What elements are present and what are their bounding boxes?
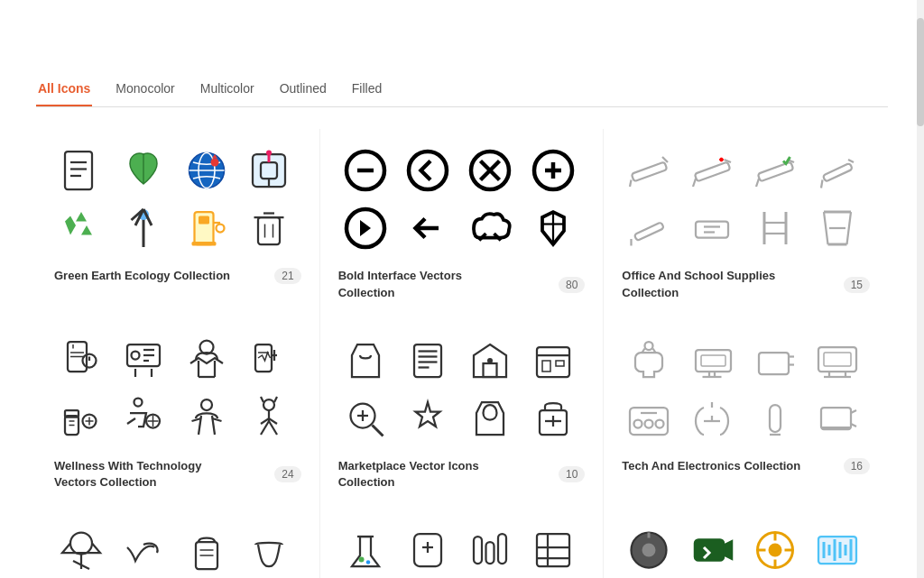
collection-footer: Marketplace Vector Icons Collection10 bbox=[338, 458, 586, 491]
icon-cell bbox=[463, 391, 517, 445]
icons-preview bbox=[622, 523, 870, 578]
svg-rect-90 bbox=[65, 410, 79, 417]
svg-point-155 bbox=[70, 533, 92, 555]
svg-rect-170 bbox=[537, 534, 569, 566]
icons-preview bbox=[338, 523, 586, 578]
svg-line-45 bbox=[693, 179, 696, 187]
collection-footer: Wellness With Technology Vectors Collect… bbox=[54, 458, 301, 491]
svg-line-47 bbox=[720, 159, 723, 161]
icon-cell bbox=[685, 334, 739, 388]
svg-point-96 bbox=[134, 398, 143, 406]
icon-cell bbox=[622, 143, 676, 197]
icon-cell bbox=[338, 391, 393, 445]
icon-cell bbox=[463, 143, 517, 197]
tab-monocolor[interactable]: Monocolor bbox=[114, 74, 176, 106]
svg-point-113 bbox=[487, 358, 493, 363]
svg-point-75 bbox=[132, 351, 140, 359]
icon-cell bbox=[116, 201, 171, 255]
icon-cell bbox=[338, 523, 393, 577]
collection-footer: Green Earth Ecology Collection21 bbox=[54, 268, 301, 284]
svg-rect-56 bbox=[696, 222, 728, 238]
collection-footer: Office And School Supplies Collection15 bbox=[622, 268, 870, 300]
icon-cell bbox=[116, 523, 171, 577]
icons-preview bbox=[54, 334, 301, 445]
icon-cell bbox=[748, 143, 802, 197]
collection-card-summer[interactable]: Summer Icons Collection bbox=[36, 509, 320, 578]
svg-point-162 bbox=[358, 557, 364, 563]
icon-cell bbox=[526, 201, 580, 255]
svg-line-52 bbox=[848, 160, 854, 162]
collection-name: Green Earth Ecology Collection bbox=[54, 268, 230, 284]
svg-point-175 bbox=[642, 544, 656, 557]
svg-point-8 bbox=[210, 159, 218, 167]
svg-point-125 bbox=[645, 342, 653, 350]
svg-rect-20 bbox=[191, 242, 216, 246]
collection-name: Marketplace Vector Icons Collection bbox=[338, 458, 519, 491]
svg-line-65 bbox=[847, 212, 852, 244]
svg-point-100 bbox=[201, 399, 212, 410]
collection-footer: Bold Interface Vectors Collection80 bbox=[338, 268, 586, 300]
svg-rect-177 bbox=[694, 539, 724, 561]
svg-point-144 bbox=[656, 419, 664, 427]
icon-cell bbox=[180, 143, 234, 197]
icon-cell bbox=[180, 391, 234, 445]
svg-line-50 bbox=[756, 179, 759, 187]
icon-cell bbox=[748, 201, 802, 255]
collection-name: Bold Interface Vectors Collection bbox=[338, 268, 519, 300]
svg-rect-21 bbox=[258, 217, 280, 244]
svg-rect-48 bbox=[757, 162, 793, 182]
svg-rect-168 bbox=[486, 542, 494, 564]
collection-card-marketplace[interactable]: Marketplace Vector Icons Collection10 bbox=[320, 319, 605, 509]
icon-cell bbox=[526, 143, 580, 197]
icon-cell bbox=[242, 201, 296, 255]
svg-point-103 bbox=[263, 399, 274, 410]
icon-cell bbox=[401, 334, 455, 388]
svg-point-28 bbox=[409, 151, 447, 189]
icon-cell bbox=[401, 391, 455, 445]
icon-cell bbox=[685, 523, 739, 577]
collection-card-bold-interface[interactable]: Bold Interface Vectors Collection80 bbox=[320, 129, 605, 318]
tab-filled[interactable]: Filled bbox=[350, 74, 383, 106]
icon-cell bbox=[810, 143, 864, 197]
svg-rect-167 bbox=[474, 537, 482, 564]
icon-cell bbox=[54, 523, 108, 577]
icons-preview bbox=[338, 143, 586, 255]
tab-bar: All IconsMonocolorMulticolorOutlinedFill… bbox=[36, 74, 888, 107]
collection-card-green-earth[interactable]: Green Earth Ecology Collection21 bbox=[36, 129, 320, 318]
svg-point-143 bbox=[645, 419, 653, 427]
svg-point-163 bbox=[365, 560, 370, 564]
icon-cell bbox=[401, 143, 455, 197]
tab-all[interactable]: All Icons bbox=[36, 74, 92, 106]
svg-rect-40 bbox=[632, 162, 668, 182]
icon-cell bbox=[748, 391, 802, 445]
tab-outlined[interactable]: Outlined bbox=[278, 74, 328, 106]
icon-cell bbox=[810, 334, 864, 388]
svg-rect-43 bbox=[695, 162, 731, 182]
collection-card-media[interactable]: Media And Technology Collection bbox=[604, 509, 888, 578]
icon-cell bbox=[116, 143, 171, 197]
svg-line-42 bbox=[630, 180, 632, 188]
svg-rect-133 bbox=[759, 353, 789, 374]
icon-cell bbox=[54, 143, 108, 197]
icon-cell bbox=[463, 201, 517, 255]
collection-card-office-school[interactable]: Office And School Supplies Collection15 bbox=[604, 129, 888, 318]
icon-cell bbox=[401, 201, 455, 255]
icon-cell bbox=[463, 523, 517, 577]
svg-rect-107 bbox=[414, 344, 441, 377]
icon-cell bbox=[685, 391, 739, 445]
svg-rect-117 bbox=[556, 361, 564, 366]
icon-cell bbox=[116, 391, 171, 445]
icons-preview bbox=[622, 143, 870, 255]
svg-rect-149 bbox=[770, 405, 781, 432]
collection-card-tech-electronics[interactable]: Tech And Electronics Collection16 bbox=[604, 319, 888, 509]
icon-cell bbox=[526, 523, 580, 577]
icon-cell bbox=[180, 334, 234, 388]
svg-rect-169 bbox=[498, 534, 506, 564]
icon-cell bbox=[54, 334, 108, 388]
icons-preview bbox=[338, 334, 586, 445]
icon-cell bbox=[622, 201, 676, 255]
tab-multicolor[interactable]: Multicolor bbox=[199, 74, 256, 106]
collection-card-lab[interactable]: Lab And Science Collection bbox=[320, 509, 605, 578]
collection-card-wellness-tech[interactable]: Wellness With Technology Vectors Collect… bbox=[36, 319, 320, 509]
collection-count: 10 bbox=[559, 466, 585, 482]
